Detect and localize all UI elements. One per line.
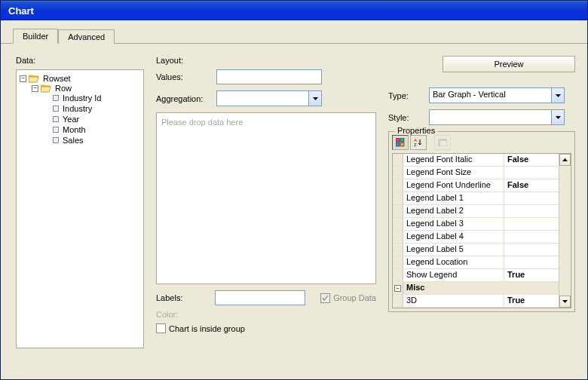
color-label: Color: — [156, 310, 376, 319]
inside-group-checkbox[interactable] — [156, 323, 166, 333]
layout-column: Layout: Values: Aggregation: Please drop… — [156, 56, 376, 372]
prop-value[interactable] — [504, 231, 559, 243]
right-column: Preview Type: Bar Graph - Vertical Style… — [388, 56, 575, 372]
style-label: Style: — [388, 113, 421, 122]
tab-builder[interactable]: Builder — [13, 29, 58, 44]
data-tree[interactable]: − Rowset − — [16, 69, 144, 348]
prop-name[interactable]: 3D — [403, 295, 504, 307]
prop-name[interactable]: Legend Font Italic — [403, 154, 504, 166]
tree-leaf[interactable]: Industry — [61, 104, 93, 113]
prop-name[interactable]: Legend Label 2 — [403, 205, 504, 217]
prop-value[interactable]: True — [504, 295, 559, 307]
chevron-down-icon[interactable] — [309, 90, 322, 106]
aggregation-label: Aggregation: — [156, 94, 216, 103]
prop-value[interactable] — [504, 218, 559, 230]
prop-name[interactable]: Legend Label 5 — [403, 244, 504, 256]
titlebar: Chart — [1, 1, 587, 20]
tree-leaf[interactable]: Industry Id — [61, 93, 103, 103]
scrollbar[interactable] — [559, 154, 571, 308]
folder-open-icon — [29, 74, 39, 83]
chevron-down-icon[interactable] — [552, 87, 565, 103]
tree-row[interactable]: Row — [54, 84, 73, 93]
alphabetical-button[interactable]: AZ — [410, 135, 427, 150]
data-column: Data: − Rowset — [16, 56, 144, 372]
field-icon — [53, 116, 59, 122]
prop-category[interactable]: Misc — [403, 282, 504, 294]
tree-rowset[interactable]: Rowset — [41, 74, 72, 83]
collapse-icon[interactable]: − — [20, 75, 26, 82]
prop-value[interactable] — [504, 256, 559, 268]
prop-value[interactable]: True — [504, 269, 559, 281]
tree-leaf[interactable]: Year — [61, 115, 81, 124]
style-combo[interactable] — [429, 109, 565, 125]
tree-leaf[interactable]: Month — [61, 125, 87, 134]
style-value — [429, 109, 552, 125]
prop-value[interactable] — [504, 244, 559, 256]
categorized-button[interactable] — [392, 135, 409, 150]
tree-leaf[interactable]: Sales — [61, 136, 85, 145]
scroll-track[interactable] — [559, 166, 571, 296]
svg-rect-0 — [396, 138, 400, 142]
preview-button[interactable]: Preview — [443, 56, 575, 72]
prop-name[interactable]: Legend Label 3 — [403, 218, 504, 230]
values-input[interactable] — [216, 69, 322, 84]
builder-panel: Data: − Rowset — [1, 44, 587, 379]
aggregation-combo[interactable] — [216, 90, 322, 106]
property-pages-button — [434, 135, 451, 150]
aggregation-value — [216, 90, 309, 106]
field-icon — [53, 106, 59, 112]
prop-name[interactable]: Legend Font Size — [403, 167, 504, 179]
prop-name[interactable]: Legend Font Underline — [403, 179, 504, 192]
data-label: Data: — [16, 56, 144, 65]
collapse-icon[interactable]: − — [32, 85, 38, 92]
window-title: Chart — [8, 5, 34, 17]
checkbox-icon — [320, 293, 330, 303]
tab-advanced[interactable]: Advanced — [58, 29, 115, 44]
layout-label: Layout: — [156, 56, 376, 65]
labels-label: Labels: — [156, 293, 209, 302]
svg-rect-7 — [439, 140, 447, 146]
properties-legend: Properties — [395, 126, 437, 135]
values-label: Values: — [156, 72, 216, 81]
svg-rect-3 — [400, 142, 404, 146]
prop-value[interactable]: False — [504, 154, 559, 166]
field-icon — [53, 127, 59, 133]
field-icon — [53, 137, 59, 143]
drop-zone[interactable]: Please drop data here — [156, 112, 376, 284]
chart-dialog: Chart Builder Advanced Data: − — [0, 0, 588, 380]
tab-strip: Builder Advanced — [1, 20, 587, 44]
property-grid[interactable]: Legend Font ItalicFalse Legend Font Size… — [392, 153, 571, 308]
prop-value[interactable]: False — [504, 179, 559, 192]
prop-name[interactable]: Legend Label 1 — [403, 192, 504, 204]
type-label: Type: — [388, 91, 421, 100]
svg-rect-2 — [396, 142, 400, 146]
prop-name[interactable]: Show Legend — [403, 269, 504, 281]
folder-open-icon — [41, 84, 51, 93]
prop-value[interactable] — [504, 205, 559, 217]
properties-group: Properties AZ Legend Font ItalicFal — [388, 131, 575, 312]
collapse-icon[interactable]: − — [394, 285, 401, 292]
prop-value[interactable] — [504, 192, 559, 204]
prop-name[interactable]: Legend Label 4 — [403, 231, 504, 243]
drop-hint: Please drop data here — [161, 118, 243, 127]
prop-toolbar: AZ — [392, 135, 571, 150]
prop-name[interactable]: Legend Location — [403, 256, 504, 268]
svg-text:Z: Z — [414, 142, 417, 147]
field-icon — [53, 95, 59, 101]
svg-rect-1 — [400, 138, 404, 142]
scroll-up-icon[interactable] — [559, 154, 571, 166]
prop-value[interactable] — [504, 167, 559, 179]
type-value: Bar Graph - Vertical — [429, 87, 552, 103]
scroll-down-icon[interactable] — [559, 296, 571, 308]
inside-group-label: Chart is inside group — [169, 324, 245, 333]
group-data-checkbox: Group Data — [320, 293, 376, 303]
labels-input[interactable] — [215, 290, 305, 305]
type-combo[interactable]: Bar Graph - Vertical — [429, 87, 565, 103]
chevron-down-icon[interactable] — [552, 109, 565, 125]
